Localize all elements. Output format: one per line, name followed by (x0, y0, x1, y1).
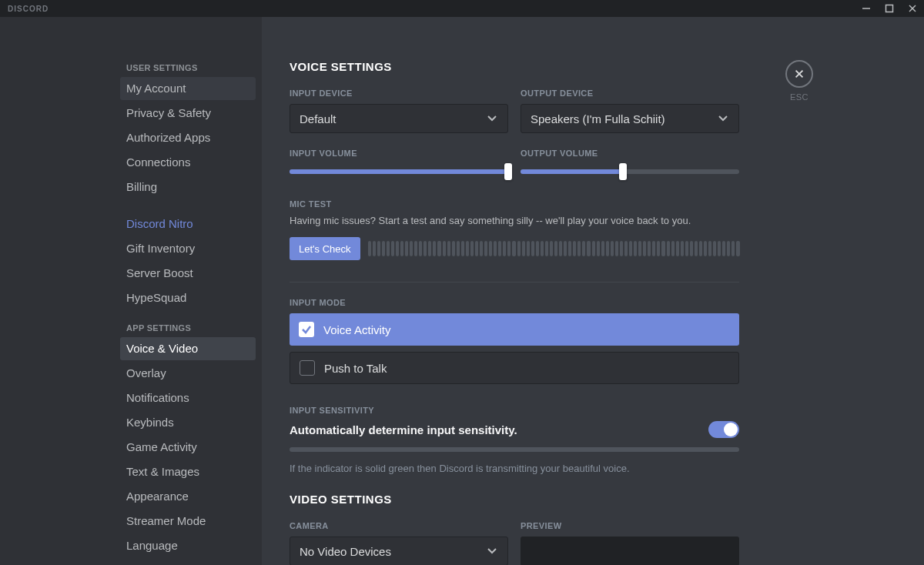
mic-test-label: MIC TEST (290, 199, 770, 209)
output-volume-slider[interactable] (521, 164, 739, 179)
close-window-button[interactable] (907, 3, 918, 14)
maximize-icon (885, 4, 894, 13)
sidebar-item-appearance[interactable]: Appearance (120, 485, 256, 508)
input-volume-label: INPUT VOLUME (290, 149, 508, 158)
output-device-select[interactable]: Speakers (I'm Fulla Schiit) (521, 104, 739, 133)
camera-label: CAMERA (290, 521, 508, 530)
video-settings-title: VIDEO SETTINGS (290, 493, 770, 506)
input-mode-ptt-label: Push to Talk (324, 362, 387, 375)
chevron-down-icon (486, 544, 498, 559)
lets-check-button[interactable]: Let's Check (290, 237, 360, 260)
video-preview (521, 537, 739, 565)
sidebar-item-server-boost[interactable]: Server Boost (120, 262, 256, 285)
preview-label: PREVIEW (521, 521, 739, 530)
sidebar-item-authorized-apps[interactable]: Authorized Apps (120, 126, 256, 149)
sidebar-item-connections[interactable]: Connections (120, 151, 256, 174)
sidebar-item-windows-settings[interactable]: Windows Settings (120, 559, 256, 565)
auto-sensitivity-label: Automatically determine input sensitivit… (290, 423, 517, 436)
window-controls (861, 3, 918, 14)
settings-content: VOICE SETTINGS INPUT DEVICE Default OUTP… (262, 17, 770, 565)
auto-sensitivity-toggle[interactable] (708, 421, 739, 438)
sidebar-item-game-activity[interactable]: Game Activity (120, 436, 256, 459)
sidebar-item-discord-nitro[interactable]: Discord Nitro (120, 212, 256, 236)
sidebar-category-app: APP SETTINGS (120, 323, 256, 337)
sidebar-item-text-images[interactable]: Text & Images (120, 460, 256, 483)
svg-rect-1 (886, 5, 893, 12)
close-icon (793, 68, 805, 80)
sidebar-item-my-account[interactable]: My Account (120, 77, 256, 100)
checkbox-unchecked-icon (300, 360, 315, 376)
chevron-down-icon (486, 112, 498, 126)
close-settings: ESC (785, 60, 813, 102)
checkbox-checked-icon (299, 322, 314, 337)
sidebar-item-voice-video[interactable]: Voice & Video (120, 337, 256, 360)
close-settings-button[interactable] (785, 60, 813, 88)
input-mode-voice-activity-label: Voice Activity (323, 323, 391, 336)
mic-test-description: Having mic issues? Start a test and say … (290, 215, 770, 226)
sidebar-item-language[interactable]: Language (120, 534, 256, 557)
sidebar-item-hypesquad[interactable]: HypeSquad (120, 286, 256, 309)
sidebar-category-user: USER SETTINGS (120, 63, 256, 77)
output-volume-label: OUTPUT VOLUME (521, 149, 739, 158)
input-mode-push-to-talk[interactable]: Push to Talk (290, 352, 739, 384)
maximize-button[interactable] (884, 3, 895, 14)
sidebar-item-privacy-safety[interactable]: Privacy & Safety (120, 102, 256, 125)
camera-value: No Video Devices (300, 545, 391, 558)
input-device-label: INPUT DEVICE (290, 89, 508, 98)
input-device-select[interactable]: Default (290, 104, 508, 133)
input-device-value: Default (300, 112, 336, 125)
chevron-down-icon (717, 112, 729, 126)
minimize-icon (862, 4, 871, 13)
settings-sidebar-rail: USER SETTINGS My Account Privacy & Safet… (0, 17, 262, 565)
app-brand: DISCORD (8, 5, 49, 13)
sensitivity-helper-text: If the indicator is solid green then Dis… (290, 463, 739, 474)
sensitivity-indicator (290, 447, 739, 452)
sidebar-item-overlay[interactable]: Overlay (120, 362, 256, 385)
input-volume-slider[interactable] (290, 164, 508, 179)
esc-label: ESC (785, 92, 813, 102)
close-icon (908, 4, 917, 13)
settings-sidebar: USER SETTINGS My Account Privacy & Safet… (114, 17, 262, 565)
camera-select[interactable]: No Video Devices (290, 537, 508, 565)
input-sensitivity-label: INPUT SENSITIVITY (290, 406, 770, 415)
sidebar-item-keybinds[interactable]: Keybinds (120, 411, 256, 434)
sidebar-item-gift-inventory[interactable]: Gift Inventory (120, 237, 256, 260)
output-device-value: Speakers (I'm Fulla Schiit) (531, 112, 665, 125)
output-device-label: OUTPUT DEVICE (521, 89, 739, 98)
voice-settings-title: VOICE SETTINGS (290, 60, 770, 73)
divider (290, 282, 739, 282)
mic-level-meter (368, 241, 739, 256)
input-mode-label: INPUT MODE (290, 298, 770, 307)
input-mode-voice-activity[interactable]: Voice Activity (290, 313, 739, 346)
sidebar-item-billing[interactable]: Billing (120, 176, 256, 199)
minimize-button[interactable] (861, 3, 872, 14)
titlebar: DISCORD (0, 0, 924, 17)
sidebar-item-notifications[interactable]: Notifications (120, 386, 256, 410)
sidebar-item-streamer-mode[interactable]: Streamer Mode (120, 510, 256, 533)
